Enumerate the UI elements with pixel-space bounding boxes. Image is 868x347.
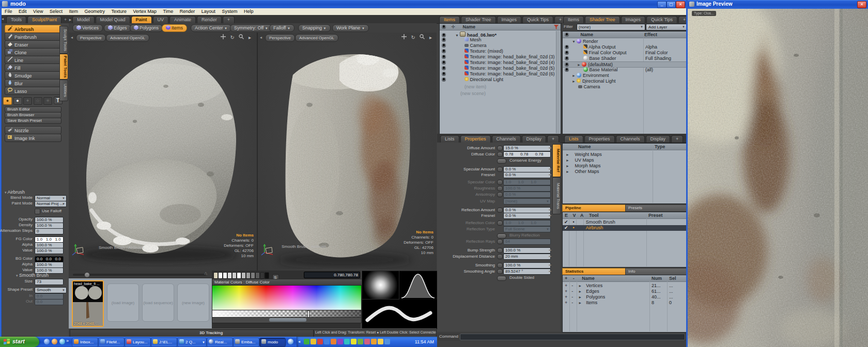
color-swatch[interactable]: [232, 272, 237, 279]
viewport1-view-dropdown[interactable]: Perspective: [76, 34, 106, 42]
color-swatch[interactable]: [265, 272, 269, 279]
reflection-fresnel-field[interactable]: 0.0 %: [503, 213, 551, 219]
lists-row-other-maps[interactable]: ► Other Maps: [563, 169, 689, 174]
image-thumbnail-selected[interactable]: head_bake_fi ... 2048 x 2048, ...: [72, 280, 104, 327]
mode-items-button[interactable]: Items: [162, 24, 187, 32]
alpha-strip[interactable]: [212, 310, 362, 318]
pipeline-presets-tab[interactable]: Presets: [625, 204, 690, 212]
taskbar-button-layout[interactable]: Layou...: [125, 338, 151, 347]
tab-props-add[interactable]: +: [547, 135, 559, 143]
stats-row-polygons[interactable]: +-►Polygons40......: [563, 294, 689, 299]
displacement-distance-field[interactable]: 20 mm: [503, 254, 551, 260]
viewport-more-icon[interactable]: ▸: [429, 35, 432, 40]
item-row-scene[interactable]: ▼ head_06.lwo*: [440, 31, 561, 37]
taskbar-button-modo-active[interactable]: modo: [259, 338, 286, 347]
color-swatch[interactable]: [223, 272, 227, 279]
brush-stroke-preview[interactable]: [362, 299, 437, 328]
stepper-icon[interactable]: ◂▸: [548, 166, 552, 171]
uv-map-dropdown[interactable]: (none)▼: [503, 198, 551, 204]
stepper-icon[interactable]: ◂▸: [548, 254, 552, 259]
preview-titlebar[interactable]: Image Preview ✕: [688, 0, 868, 9]
bump-strength-field[interactable]: 100.0 %: [503, 247, 551, 254]
expand-plus-icon[interactable]: +: [565, 294, 567, 299]
tab-items-panel-quicktips[interactable]: Quick Tips: [522, 16, 553, 23]
brush-falloff-curve[interactable]: [399, 271, 437, 299]
mini-knob[interactable]: [497, 269, 503, 274]
snapping-dropdown[interactable]: Snapping ▼: [298, 24, 331, 32]
stats-row-vertices[interactable]: +-►Vertices21......: [563, 283, 689, 288]
menu-view[interactable]: View: [30, 8, 45, 14]
tool-smudge[interactable]: Smudge: [5, 71, 61, 80]
stepper-icon[interactable]: ◂▸: [548, 262, 552, 267]
mini-knob[interactable]: [497, 186, 503, 191]
collapse-minus-icon[interactable]: -: [571, 283, 573, 288]
quicklaunch-icon[interactable]: [59, 339, 65, 344]
eye-icon[interactable]: [442, 33, 446, 37]
items-scrollbar[interactable]: [556, 31, 560, 133]
tab-add-icon[interactable]: +: [64, 17, 67, 22]
viewport1-shading-dropdown[interactable]: Advanced OpenGL: [106, 34, 149, 42]
load-image-card[interactable]: (load image): [107, 283, 139, 322]
tab-uv[interactable]: UV: [153, 16, 169, 23]
double-sided-toggle[interactable]: [497, 276, 506, 281]
color-swatch[interactable]: [218, 272, 223, 279]
tab-shader-panel-quicktips[interactable]: Quick Tips: [646, 16, 677, 23]
mini-knob[interactable]: [497, 167, 503, 172]
visible-dot-icon[interactable]: •: [573, 225, 575, 230]
taskbar-button-explorer[interactable]: J:\EL...: [151, 338, 177, 347]
shader-row-camera[interactable]: Camera: [563, 84, 689, 89]
mode-polygons-button[interactable]: Polygons: [130, 24, 163, 32]
blurry-reflection-toggle[interactable]: [497, 233, 506, 239]
mini-knob[interactable]: [497, 180, 503, 185]
tab-shader-panel-items[interactable]: Items: [563, 16, 584, 23]
menu-time[interactable]: Time: [161, 8, 176, 14]
eye-icon[interactable]: [442, 38, 446, 42]
anisotropy-field[interactable]: 0.0 %: [503, 192, 551, 198]
load-sequence-card[interactable]: (load sequence): [142, 283, 174, 322]
color-swatch[interactable]: [246, 272, 251, 279]
modo-titlebar[interactable]: modo _ ▢ ✕: [0, 0, 688, 8]
mini-knob[interactable]: [497, 248, 503, 253]
mini-knob[interactable]: [497, 146, 503, 151]
menu-texture[interactable]: Texture: [109, 8, 130, 14]
item-row-texture-mixed[interactable]: Texture: (mixed): [440, 49, 561, 54]
eye-icon[interactable]: [442, 55, 446, 59]
reflection-color-field[interactable]: 1.0 1.0 1.0: [503, 220, 551, 226]
use-falloff-checkbox[interactable]: [35, 209, 40, 214]
brush-tip-star[interactable]: ☆: [34, 97, 42, 105]
taskbar-button-emba[interactable]: Emba...: [233, 338, 259, 347]
taskbar-app-icon[interactable]: [288, 339, 293, 344]
item-row-texture-5[interactable]: Texture: Image: head_bake_final_02d (5): [440, 66, 561, 71]
viewport2-shading-dropdown[interactable]: Advanced OpenGL: [295, 34, 338, 42]
collapse-minus-icon[interactable]: -: [571, 289, 573, 294]
tray-icon[interactable]: [351, 339, 357, 344]
item-row-texture-6[interactable]: Texture: Image: head_bake_final_02d (6): [440, 71, 561, 76]
hue-saturation-gradient[interactable]: [212, 285, 362, 310]
tray-icon[interactable]: [371, 339, 377, 344]
mode-edges-button[interactable]: Edges: [104, 24, 131, 32]
tool-eraser[interactable]: Eraser: [5, 40, 61, 49]
items-filter-icon[interactable]: [554, 25, 559, 31]
tab-model[interactable]: Model: [72, 16, 95, 23]
tool-paintbrush[interactable]: Paintbrush: [5, 33, 61, 41]
quicklaunch-icon[interactable]: [44, 339, 50, 344]
item-row-new-scene[interactable]: (new scene): [440, 91, 561, 96]
color-scroll-handle[interactable]: [269, 318, 306, 322]
preview-texture-image[interactable]: [688, 9, 868, 347]
expand-plus-icon[interactable]: +: [565, 283, 567, 288]
tool-lasso[interactable]: Lasso: [5, 87, 61, 95]
tab-items-panel-items[interactable]: Items: [439, 16, 460, 23]
pan-icon[interactable]: [221, 34, 226, 40]
size-field[interactable]: 73: [35, 279, 64, 285]
menu-help[interactable]: Help: [241, 8, 256, 14]
tray-icon[interactable]: [337, 339, 343, 344]
tray-icon[interactable]: [384, 339, 390, 344]
shader-row-environment[interactable]: ► Environment: [563, 73, 689, 78]
color-swatch[interactable]: [260, 272, 265, 279]
tab-items-panel-shadertree[interactable]: Shader Tree: [461, 16, 496, 23]
viewport-menu-icon[interactable]: ◂: [71, 35, 73, 40]
tab-items-panel-images[interactable]: Images: [497, 16, 522, 23]
enable-check-icon[interactable]: ✔: [564, 225, 568, 230]
side-tab-utilities[interactable]: Utilities: [59, 80, 68, 101]
paint-mode-dropdown[interactable]: Normal Proj ...▼: [35, 201, 67, 207]
